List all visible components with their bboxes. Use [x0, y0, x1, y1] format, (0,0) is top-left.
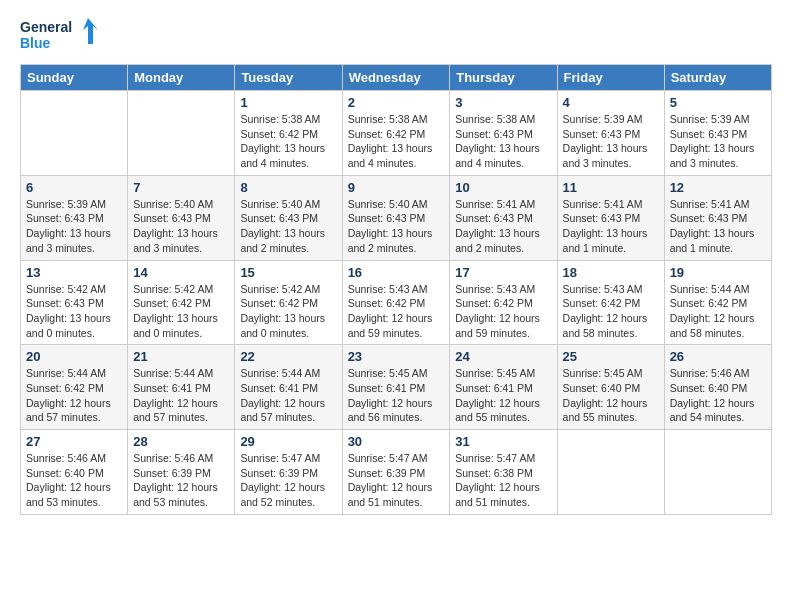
- day-info: Sunrise: 5:44 AM Sunset: 6:41 PM Dayligh…: [240, 366, 336, 425]
- calendar-table: SundayMondayTuesdayWednesdayThursdayFrid…: [20, 64, 772, 515]
- day-number: 30: [348, 434, 445, 449]
- day-info: Sunrise: 5:44 AM Sunset: 6:41 PM Dayligh…: [133, 366, 229, 425]
- calendar-cell: 6Sunrise: 5:39 AM Sunset: 6:43 PM Daylig…: [21, 175, 128, 260]
- day-number: 25: [563, 349, 659, 364]
- calendar-cell: [21, 91, 128, 176]
- col-header-tuesday: Tuesday: [235, 65, 342, 91]
- day-info: Sunrise: 5:42 AM Sunset: 6:42 PM Dayligh…: [240, 282, 336, 341]
- calendar-week-1: 1Sunrise: 5:38 AM Sunset: 6:42 PM Daylig…: [21, 91, 772, 176]
- day-info: Sunrise: 5:47 AM Sunset: 6:39 PM Dayligh…: [240, 451, 336, 510]
- calendar-cell: 1Sunrise: 5:38 AM Sunset: 6:42 PM Daylig…: [235, 91, 342, 176]
- day-info: Sunrise: 5:44 AM Sunset: 6:42 PM Dayligh…: [26, 366, 122, 425]
- day-number: 3: [455, 95, 551, 110]
- calendar-cell: 12Sunrise: 5:41 AM Sunset: 6:43 PM Dayli…: [664, 175, 771, 260]
- day-number: 28: [133, 434, 229, 449]
- day-info: Sunrise: 5:41 AM Sunset: 6:43 PM Dayligh…: [563, 197, 659, 256]
- calendar-week-5: 27Sunrise: 5:46 AM Sunset: 6:40 PM Dayli…: [21, 430, 772, 515]
- day-number: 21: [133, 349, 229, 364]
- calendar-cell: 13Sunrise: 5:42 AM Sunset: 6:43 PM Dayli…: [21, 260, 128, 345]
- calendar-cell: 31Sunrise: 5:47 AM Sunset: 6:38 PM Dayli…: [450, 430, 557, 515]
- day-number: 23: [348, 349, 445, 364]
- calendar-cell: 9Sunrise: 5:40 AM Sunset: 6:43 PM Daylig…: [342, 175, 450, 260]
- day-info: Sunrise: 5:43 AM Sunset: 6:42 PM Dayligh…: [348, 282, 445, 341]
- day-number: 15: [240, 265, 336, 280]
- calendar-week-2: 6Sunrise: 5:39 AM Sunset: 6:43 PM Daylig…: [21, 175, 772, 260]
- col-header-saturday: Saturday: [664, 65, 771, 91]
- col-header-friday: Friday: [557, 65, 664, 91]
- calendar-week-3: 13Sunrise: 5:42 AM Sunset: 6:43 PM Dayli…: [21, 260, 772, 345]
- col-header-sunday: Sunday: [21, 65, 128, 91]
- day-number: 4: [563, 95, 659, 110]
- calendar-cell: 2Sunrise: 5:38 AM Sunset: 6:42 PM Daylig…: [342, 91, 450, 176]
- day-number: 24: [455, 349, 551, 364]
- calendar-cell: 10Sunrise: 5:41 AM Sunset: 6:43 PM Dayli…: [450, 175, 557, 260]
- day-info: Sunrise: 5:45 AM Sunset: 6:41 PM Dayligh…: [348, 366, 445, 425]
- calendar-cell: 5Sunrise: 5:39 AM Sunset: 6:43 PM Daylig…: [664, 91, 771, 176]
- calendar-cell: 11Sunrise: 5:41 AM Sunset: 6:43 PM Dayli…: [557, 175, 664, 260]
- day-info: Sunrise: 5:40 AM Sunset: 6:43 PM Dayligh…: [133, 197, 229, 256]
- col-header-thursday: Thursday: [450, 65, 557, 91]
- calendar-cell: [664, 430, 771, 515]
- calendar-cell: 21Sunrise: 5:44 AM Sunset: 6:41 PM Dayli…: [128, 345, 235, 430]
- calendar-cell: [557, 430, 664, 515]
- day-number: 7: [133, 180, 229, 195]
- calendar-cell: 22Sunrise: 5:44 AM Sunset: 6:41 PM Dayli…: [235, 345, 342, 430]
- day-info: Sunrise: 5:46 AM Sunset: 6:39 PM Dayligh…: [133, 451, 229, 510]
- calendar-cell: 26Sunrise: 5:46 AM Sunset: 6:40 PM Dayli…: [664, 345, 771, 430]
- day-number: 22: [240, 349, 336, 364]
- calendar-cell: 4Sunrise: 5:39 AM Sunset: 6:43 PM Daylig…: [557, 91, 664, 176]
- day-info: Sunrise: 5:42 AM Sunset: 6:42 PM Dayligh…: [133, 282, 229, 341]
- day-info: Sunrise: 5:47 AM Sunset: 6:38 PM Dayligh…: [455, 451, 551, 510]
- day-info: Sunrise: 5:38 AM Sunset: 6:43 PM Dayligh…: [455, 112, 551, 171]
- calendar-cell: 18Sunrise: 5:43 AM Sunset: 6:42 PM Dayli…: [557, 260, 664, 345]
- day-number: 27: [26, 434, 122, 449]
- svg-text:Blue: Blue: [20, 35, 51, 51]
- calendar-cell: [128, 91, 235, 176]
- day-number: 20: [26, 349, 122, 364]
- day-number: 12: [670, 180, 766, 195]
- day-info: Sunrise: 5:39 AM Sunset: 6:43 PM Dayligh…: [670, 112, 766, 171]
- calendar-cell: 7Sunrise: 5:40 AM Sunset: 6:43 PM Daylig…: [128, 175, 235, 260]
- day-info: Sunrise: 5:39 AM Sunset: 6:43 PM Dayligh…: [563, 112, 659, 171]
- day-number: 11: [563, 180, 659, 195]
- day-number: 19: [670, 265, 766, 280]
- calendar-cell: 30Sunrise: 5:47 AM Sunset: 6:39 PM Dayli…: [342, 430, 450, 515]
- calendar-cell: 19Sunrise: 5:44 AM Sunset: 6:42 PM Dayli…: [664, 260, 771, 345]
- day-number: 6: [26, 180, 122, 195]
- day-number: 26: [670, 349, 766, 364]
- day-info: Sunrise: 5:42 AM Sunset: 6:43 PM Dayligh…: [26, 282, 122, 341]
- day-info: Sunrise: 5:38 AM Sunset: 6:42 PM Dayligh…: [348, 112, 445, 171]
- day-number: 17: [455, 265, 551, 280]
- svg-text:General: General: [20, 19, 72, 35]
- col-header-wednesday: Wednesday: [342, 65, 450, 91]
- day-info: Sunrise: 5:45 AM Sunset: 6:40 PM Dayligh…: [563, 366, 659, 425]
- calendar-cell: 15Sunrise: 5:42 AM Sunset: 6:42 PM Dayli…: [235, 260, 342, 345]
- day-info: Sunrise: 5:39 AM Sunset: 6:43 PM Dayligh…: [26, 197, 122, 256]
- day-info: Sunrise: 5:41 AM Sunset: 6:43 PM Dayligh…: [670, 197, 766, 256]
- calendar-cell: 17Sunrise: 5:43 AM Sunset: 6:42 PM Dayli…: [450, 260, 557, 345]
- day-info: Sunrise: 5:47 AM Sunset: 6:39 PM Dayligh…: [348, 451, 445, 510]
- calendar-cell: 27Sunrise: 5:46 AM Sunset: 6:40 PM Dayli…: [21, 430, 128, 515]
- page-header: General Blue: [20, 16, 772, 56]
- calendar-cell: 3Sunrise: 5:38 AM Sunset: 6:43 PM Daylig…: [450, 91, 557, 176]
- calendar-cell: 24Sunrise: 5:45 AM Sunset: 6:41 PM Dayli…: [450, 345, 557, 430]
- calendar-header-row: SundayMondayTuesdayWednesdayThursdayFrid…: [21, 65, 772, 91]
- day-number: 29: [240, 434, 336, 449]
- calendar-cell: 20Sunrise: 5:44 AM Sunset: 6:42 PM Dayli…: [21, 345, 128, 430]
- col-header-monday: Monday: [128, 65, 235, 91]
- day-info: Sunrise: 5:44 AM Sunset: 6:42 PM Dayligh…: [670, 282, 766, 341]
- calendar-cell: 28Sunrise: 5:46 AM Sunset: 6:39 PM Dayli…: [128, 430, 235, 515]
- calendar-cell: 14Sunrise: 5:42 AM Sunset: 6:42 PM Dayli…: [128, 260, 235, 345]
- day-info: Sunrise: 5:43 AM Sunset: 6:42 PM Dayligh…: [455, 282, 551, 341]
- logo-svg: General Blue: [20, 16, 100, 56]
- day-number: 10: [455, 180, 551, 195]
- day-number: 16: [348, 265, 445, 280]
- day-info: Sunrise: 5:43 AM Sunset: 6:42 PM Dayligh…: [563, 282, 659, 341]
- day-number: 2: [348, 95, 445, 110]
- day-number: 31: [455, 434, 551, 449]
- day-number: 14: [133, 265, 229, 280]
- day-info: Sunrise: 5:45 AM Sunset: 6:41 PM Dayligh…: [455, 366, 551, 425]
- day-info: Sunrise: 5:41 AM Sunset: 6:43 PM Dayligh…: [455, 197, 551, 256]
- day-info: Sunrise: 5:40 AM Sunset: 6:43 PM Dayligh…: [240, 197, 336, 256]
- day-info: Sunrise: 5:46 AM Sunset: 6:40 PM Dayligh…: [26, 451, 122, 510]
